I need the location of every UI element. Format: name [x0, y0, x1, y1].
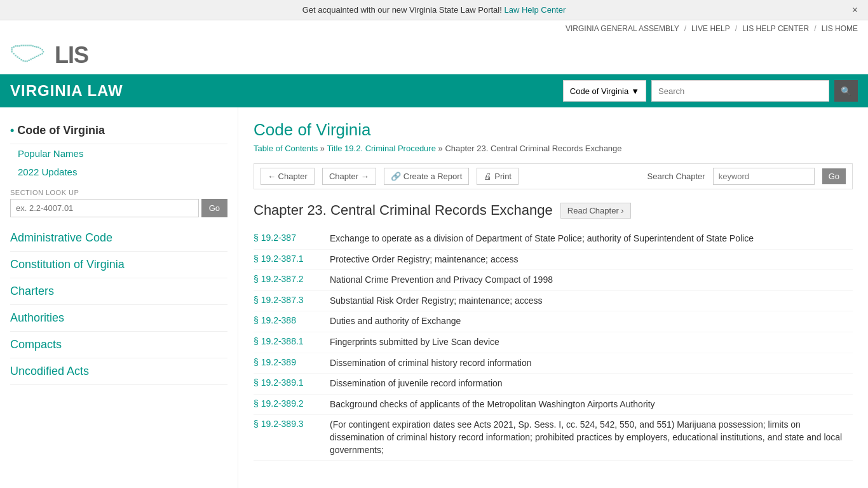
section-list: § 19.2-387 Exchange to operate as a divi… — [254, 229, 853, 461]
print-button[interactable]: 🖨 Print — [477, 168, 519, 185]
section-number-link[interactable]: § 19.2-389.1 — [254, 377, 317, 390]
create-report-button[interactable]: 🔗 Create a Report — [384, 168, 470, 185]
breadcrumb: Table of Contents » Title 19.2. Criminal… — [254, 144, 853, 153]
top-nav-lis-home[interactable]: LIS HOME — [822, 24, 858, 33]
table-row: § 19.2-387.2 National Crime Prevention a… — [254, 270, 853, 291]
table-row: § 19.2-387.1 Protective Order Registry; … — [254, 250, 853, 271]
sidebar: Code of Virginia Popular Names 2022 Upda… — [0, 107, 238, 488]
search-chapter-label: Search Chapter — [648, 172, 705, 181]
svg-rect-4 — [19, 45, 20, 46]
svg-rect-13 — [36, 46, 37, 48]
section-number-link[interactable]: § 19.2-389.2 — [254, 398, 317, 411]
main-layout: Code of Virginia Popular Names 2022 Upda… — [0, 107, 868, 488]
svg-rect-10 — [31, 45, 32, 46]
svg-rect-23 — [32, 58, 34, 59]
section-description: Fingerprints submitted by Live Scan devi… — [330, 336, 499, 349]
sidebar-subitems: Popular Names 2022 Updates SECTION LOOK … — [10, 144, 227, 217]
section-number-link[interactable]: § 19.2-388.1 — [254, 336, 317, 349]
svg-rect-20 — [38, 55, 39, 56]
breadcrumb-toc[interactable]: Table of Contents — [254, 144, 318, 153]
search-button[interactable]: 🔍 — [834, 80, 858, 102]
svg-rect-19 — [40, 54, 41, 55]
search-category-dropdown[interactable]: Code of Virginia ▼ — [563, 80, 646, 102]
sidebar-subitem-popular-names[interactable]: Popular Names — [10, 144, 227, 163]
top-nav-live-help[interactable]: LIVE HELP — [691, 24, 730, 33]
svg-rect-27 — [25, 60, 26, 62]
section-lookup-go-button[interactable]: Go — [201, 199, 227, 217]
svg-rect-6 — [23, 45, 24, 46]
section-lookup-input[interactable] — [10, 199, 199, 217]
svg-rect-31 — [17, 57, 18, 58]
svg-rect-5 — [21, 45, 22, 46]
prev-chapter-button[interactable]: ← Chapter — [261, 168, 315, 185]
next-chapter-button[interactable]: Chapter → — [322, 168, 376, 185]
sidebar-item-admin-code[interactable]: Administrative Code — [10, 225, 227, 252]
svg-rect-24 — [31, 58, 32, 60]
top-nav-help-center[interactable]: LIS HELP CENTER — [742, 24, 809, 33]
announcement-bar: Get acquainted with our new Virginia Sta… — [0, 0, 868, 20]
header-brand: VIRGINIA LAW — [10, 82, 123, 100]
top-nav-general-assembly[interactable]: VIRGINIA GENERAL ASSEMBLY — [566, 24, 679, 33]
chapter-heading: Chapter 23. Central Criminal Records Exc… — [254, 202, 853, 219]
section-description: Background checks of applicants of the M… — [330, 398, 655, 411]
search-input[interactable] — [651, 80, 829, 102]
svg-rect-14 — [38, 47, 39, 48]
sidebar-item-authorities[interactable]: Authorities — [10, 305, 227, 332]
svg-rect-17 — [43, 51, 44, 52]
chapter-search-input[interactable] — [713, 168, 815, 185]
section-description: Dissemination of criminal history record… — [330, 357, 531, 370]
section-description: Dissemination of juvenile record informa… — [330, 377, 503, 390]
report-icon: 🔗 — [391, 172, 401, 181]
section-description: Duties and authority of Exchange — [330, 315, 461, 328]
svg-rect-30 — [19, 58, 20, 59]
header-bar: VIRGINIA LAW Code of Virginia ▼ 🔍 — [0, 74, 868, 107]
section-number-link[interactable]: § 19.2-389.3 — [254, 419, 317, 456]
section-number-link[interactable]: § 19.2-388 — [254, 315, 317, 328]
header-search-area: Code of Virginia ▼ 🔍 — [563, 80, 858, 102]
close-announcement-button[interactable]: × — [852, 4, 858, 16]
search-icon: 🔍 — [841, 86, 851, 96]
chapter-search-go-button[interactable]: Go — [822, 168, 846, 184]
svg-rect-9 — [29, 45, 30, 46]
sidebar-item-code-of-virginia[interactable]: Code of Virginia — [10, 118, 227, 144]
sidebar-item-constitution[interactable]: Constitution of Virginia — [10, 252, 227, 278]
svg-rect-29 — [21, 59, 22, 60]
svg-rect-2 — [15, 45, 17, 46]
section-description: Protective Order Registry; maintenance; … — [330, 254, 518, 266]
svg-rect-18 — [42, 53, 43, 54]
logo-area: LIS — [0, 37, 868, 74]
chapter-toolbar: ← Chapter Chapter → 🔗 Create a Report 🖨 … — [254, 163, 853, 189]
svg-rect-22 — [34, 57, 36, 58]
section-number-link[interactable]: § 19.2-387.3 — [254, 295, 317, 308]
svg-rect-12 — [34, 46, 36, 47]
section-lookup-row: Go — [10, 199, 227, 217]
section-number-link[interactable]: § 19.2-387.1 — [254, 254, 317, 266]
sidebar-item-compacts[interactable]: Compacts — [10, 332, 227, 358]
breadcrumb-title19[interactable]: Title 19.2. Criminal Procedure — [327, 144, 435, 153]
svg-rect-34 — [11, 51, 13, 52]
svg-rect-7 — [25, 45, 26, 46]
svg-rect-15 — [40, 48, 41, 49]
section-number-link[interactable]: § 19.2-387 — [254, 233, 317, 245]
sidebar-item-charters[interactable]: Charters — [10, 278, 227, 305]
section-lookup: SECTION LOOK UP Go — [10, 189, 227, 217]
svg-rect-16 — [42, 49, 43, 50]
law-help-link[interactable]: Law Help Center — [504, 5, 566, 15]
svg-rect-35 — [11, 49, 13, 50]
read-chapter-button[interactable]: Read Chapter › — [560, 203, 631, 219]
svg-rect-21 — [36, 56, 37, 57]
lis-logo: LIS — [10, 42, 88, 69]
svg-rect-1 — [13, 46, 15, 48]
dropdown-arrow-icon: ▼ — [631, 86, 639, 96]
sidebar-subitem-2022-updates[interactable]: 2022 Updates — [10, 163, 227, 181]
sidebar-item-uncodified-acts[interactable]: Uncodified Acts — [10, 358, 227, 385]
svg-rect-33 — [13, 53, 15, 54]
svg-rect-8 — [27, 45, 28, 46]
page-title: Code of Virginia — [254, 120, 853, 140]
announcement-text: Get acquainted with our new Virginia Sta… — [302, 5, 502, 15]
svg-rect-26 — [27, 60, 28, 62]
section-number-link[interactable]: § 19.2-389 — [254, 357, 317, 370]
section-number-link[interactable]: § 19.2-387.2 — [254, 274, 317, 287]
section-description: Substantial Risk Order Registry; mainten… — [330, 295, 543, 308]
svg-rect-25 — [29, 60, 30, 61]
